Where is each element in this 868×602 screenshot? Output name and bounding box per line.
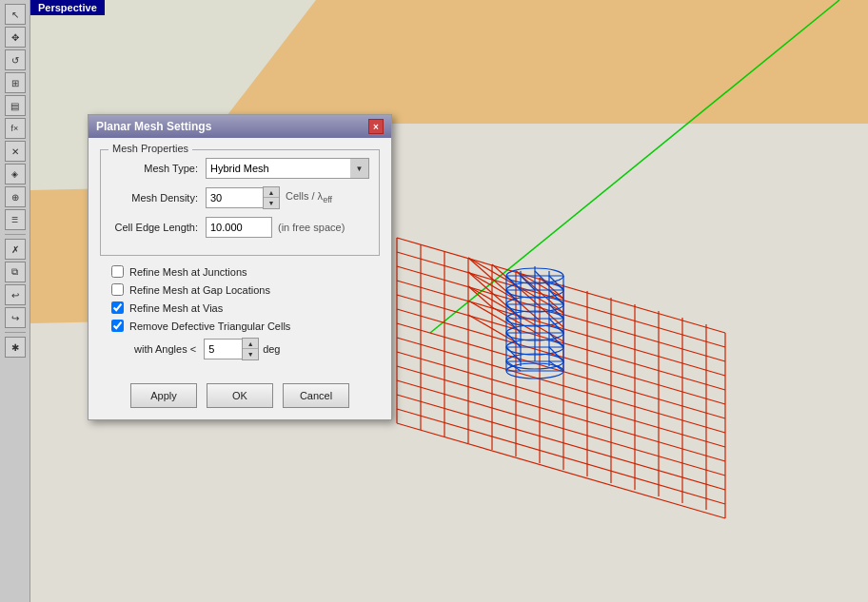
mesh-type-label: Mesh Type: — [110, 163, 206, 174]
refine-vias-label: Refine Mesh at Vias — [129, 302, 223, 314]
cell-edge-row: Cell Edge Length: (in free space) — [110, 217, 369, 238]
copy-tool[interactable]: ⧉ — [5, 262, 26, 282]
dialog-buttons: Apply OK Cancel — [89, 376, 391, 419]
angles-input[interactable] — [204, 339, 242, 359]
refine-junctions-row: Refine Mesh at Junctions — [100, 265, 380, 278]
undo-tool[interactable]: ↩ — [5, 284, 26, 305]
mesh-density-up[interactable]: ▲ — [264, 187, 279, 198]
dialog-titlebar[interactable]: Planar Mesh Settings × — [89, 115, 391, 138]
mesh-type-wrapper: Hybrid Mesh Triangular Mesh Rectangular … — [206, 158, 369, 179]
remove-defective-label: Remove Defective Triangular Cells — [129, 320, 290, 332]
angles-down[interactable]: ▼ — [243, 349, 258, 359]
angles-up[interactable]: ▲ — [243, 339, 258, 349]
rotate-tool[interactable]: ↺ — [5, 49, 26, 70]
cell-edge-label: Cell Edge Length: — [110, 222, 206, 233]
mesh-density-label: Mesh Density: — [110, 192, 206, 204]
apply-button[interactable]: Apply — [130, 383, 197, 408]
mesh-type-row: Mesh Type: Hybrid Mesh Triangular Mesh R… — [110, 158, 369, 179]
delete-tool[interactable]: ✗ — [5, 239, 26, 260]
refine-junctions-checkbox[interactable] — [111, 265, 124, 278]
dialog-close-button[interactable]: × — [368, 119, 384, 134]
redo-tool[interactable]: ↪ — [5, 307, 26, 328]
refine-vias-checkbox[interactable] — [111, 301, 124, 314]
pan-tool[interactable]: ☰ — [5, 209, 26, 230]
viewport: Perspective — [30, 0, 868, 602]
planar-mesh-settings-dialog: Planar Mesh Settings × Mesh Properties M… — [88, 114, 392, 420]
mesh-density-unit: Cells / λeff — [280, 190, 332, 204]
remove-defective-row: Remove Defective Triangular Cells — [100, 320, 380, 332]
ok-button[interactable]: OK — [207, 383, 273, 408]
layer-tool[interactable]: ▤ — [5, 95, 26, 116]
mesh-density-spinner: ▲ ▼ — [206, 186, 280, 209]
svg-marker-1 — [221, 0, 868, 124]
grid-tool[interactable]: ⊞ — [5, 72, 26, 93]
dialog-title: Planar Mesh Settings — [96, 120, 211, 133]
remove-defective-checkbox[interactable] — [111, 320, 124, 332]
angles-row: with Angles < ▲ ▼ deg — [100, 338, 380, 360]
angles-unit: deg — [263, 343, 280, 355]
dialog: Planar Mesh Settings × Mesh Properties M… — [88, 114, 392, 420]
mesh-density-spinner-buttons: ▲ ▼ — [263, 186, 280, 209]
angles-spinner-buttons: ▲ ▼ — [242, 338, 259, 360]
refine-vias-row: Refine Mesh at Vias — [100, 301, 380, 314]
select-tool[interactable]: ↖ — [5, 4, 26, 25]
mesh-density-input[interactable] — [206, 187, 263, 208]
angles-prefix: with Angles < — [134, 343, 196, 355]
toolbar: ↖ ✥ ↺ ⊞ ▤ f× ✕ ◈ ⊕ ☰ ✗ ⧉ ↩ ↪ ✱ — [0, 0, 30, 602]
refine-gap-label: Refine Mesh at Gap Locations — [129, 284, 270, 296]
cell-edge-input[interactable] — [206, 217, 272, 238]
angles-spinner: ▲ ▼ — [204, 338, 259, 360]
perspective-label: Perspective — [30, 0, 105, 15]
mesh-type-dropdown[interactable]: Hybrid Mesh Triangular Mesh Rectangular … — [206, 158, 369, 179]
move-tool[interactable]: ✥ — [5, 27, 26, 48]
view-tool[interactable]: ◈ — [5, 164, 26, 184]
refine-gap-row: Refine Mesh at Gap Locations — [100, 283, 380, 296]
dialog-body: Mesh Properties Mesh Type: Hybrid Mesh T… — [89, 138, 391, 376]
mesh-density-row: Mesh Density: ▲ ▼ Cells / λeff — [110, 186, 369, 209]
refine-junctions-label: Refine Mesh at Junctions — [129, 266, 247, 278]
star-tool[interactable]: ✱ — [5, 337, 26, 358]
mesh-density-down[interactable]: ▼ — [264, 198, 279, 208]
refine-gap-checkbox[interactable] — [111, 283, 124, 296]
measure-tool[interactable]: f× — [5, 118, 26, 139]
group-title: Mesh Properties — [108, 143, 192, 154]
mesh-properties-group: Mesh Properties Mesh Type: Hybrid Mesh T… — [100, 149, 380, 256]
cancel-button[interactable]: Cancel — [283, 383, 349, 408]
zoom-tool[interactable]: ⊕ — [5, 186, 26, 207]
snap-tool[interactable]: ✕ — [5, 141, 26, 162]
cell-edge-unit: (in free space) — [272, 222, 345, 233]
